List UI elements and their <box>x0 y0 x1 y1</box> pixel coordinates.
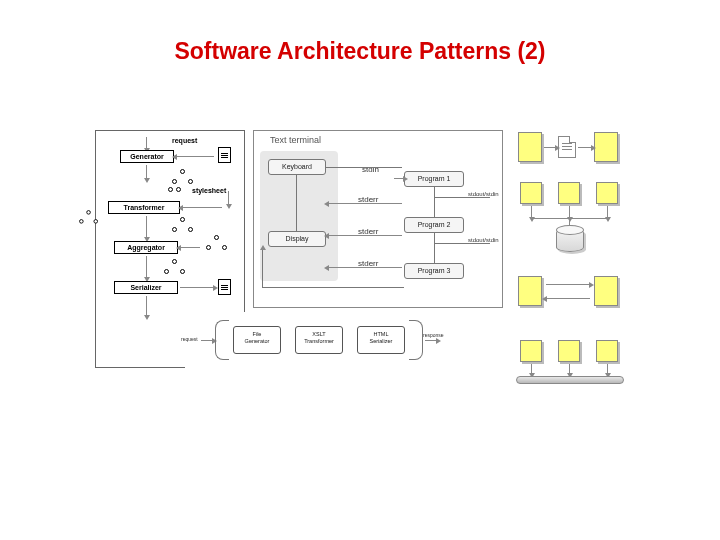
arrow-icon <box>182 207 222 208</box>
arrow-icon <box>544 147 556 148</box>
component-icon <box>518 132 542 162</box>
component-icon <box>594 276 618 306</box>
bracket-icon <box>409 320 423 360</box>
arrow-icon <box>328 203 402 204</box>
arrow-icon <box>146 256 147 278</box>
box-xslt-transformer: XSLTTransformer <box>295 326 343 354</box>
arrow-icon <box>228 191 229 205</box>
box-program-1: Program 1 <box>404 171 464 187</box>
label-stylesheet: stylesheet <box>192 187 226 194</box>
tree-icon <box>76 210 103 230</box>
tree-icon <box>202 235 232 257</box>
label-response-out: response <box>423 332 444 338</box>
arrow-icon <box>607 364 608 374</box>
connector <box>262 249 263 287</box>
box-aggregator: Aggregator <box>114 241 178 254</box>
panel-linear-pipeline: request FileGenerator XSLTTransformer HT… <box>185 312 455 372</box>
arrow-icon <box>569 364 570 374</box>
component-icon <box>596 182 618 204</box>
arrow-icon <box>569 206 570 218</box>
arrow-icon <box>328 267 402 268</box>
component-icon <box>594 132 618 162</box>
box-program-3: Program 3 <box>404 263 464 279</box>
doc-icon <box>218 279 231 295</box>
mini-diagram-2 <box>518 182 628 256</box>
box-html-serializer: HTMLSerializer <box>357 326 405 354</box>
arrow-icon <box>328 235 402 236</box>
arrow-icon <box>146 165 147 179</box>
tree-icon <box>168 217 198 239</box>
arrow-icon <box>425 340 437 341</box>
box-keyboard: Keyboard <box>268 159 326 175</box>
arrow-icon <box>180 287 214 288</box>
connector <box>434 187 435 217</box>
doc-icon <box>218 147 231 163</box>
arrow-icon <box>531 364 532 374</box>
arrow-icon <box>531 206 532 218</box>
arrow-icon <box>146 137 147 149</box>
component-icon <box>558 340 580 362</box>
arrow-icon <box>578 147 592 148</box>
connector <box>434 243 490 244</box>
arrow-icon <box>546 284 590 285</box>
box-program-2: Program 2 <box>404 217 464 233</box>
component-icon <box>520 182 542 204</box>
tree-icon <box>160 259 190 281</box>
arrow-icon <box>146 296 147 316</box>
label-request: request <box>172 137 197 144</box>
arrow-icon <box>176 156 214 157</box>
connector <box>434 197 490 198</box>
box-display: Display <box>268 231 326 247</box>
connector <box>296 175 297 231</box>
arrow-icon <box>201 340 213 341</box>
arrow-icon <box>180 247 200 248</box>
arrow-icon <box>262 249 263 250</box>
panel-terminal: Text terminal Keyboard Display Program 1… <box>253 130 503 308</box>
component-icon <box>558 182 580 204</box>
arrow-icon <box>146 216 147 238</box>
connector <box>434 233 435 263</box>
diagram-stage: request Generator stylesheet Transformer <box>95 130 628 413</box>
bus-icon <box>516 376 624 384</box>
component-icon <box>520 340 542 362</box>
connector <box>326 167 402 168</box>
mini-diagram-3 <box>518 270 628 318</box>
doc-icon <box>558 136 576 158</box>
box-file-generator: FileGenerator <box>233 326 281 354</box>
box-transformer: Transformer <box>108 201 180 214</box>
component-icon <box>518 276 542 306</box>
box-generator: Generator <box>120 150 174 163</box>
mini-diagram-4 <box>518 340 628 396</box>
arrow-icon <box>546 298 590 299</box>
label-text-terminal: Text terminal <box>270 135 321 145</box>
page-title: Software Architecture Patterns (2) <box>0 38 720 65</box>
arrow-icon <box>394 178 404 179</box>
label-request-in: request <box>181 336 198 342</box>
mini-diagram-1 <box>518 128 628 172</box>
datastore-icon <box>556 228 584 252</box>
component-icon <box>596 340 618 362</box>
box-serializer: Serializer <box>114 281 178 294</box>
connector <box>262 287 404 288</box>
arrow-icon <box>607 206 608 218</box>
bracket-icon <box>215 320 229 360</box>
